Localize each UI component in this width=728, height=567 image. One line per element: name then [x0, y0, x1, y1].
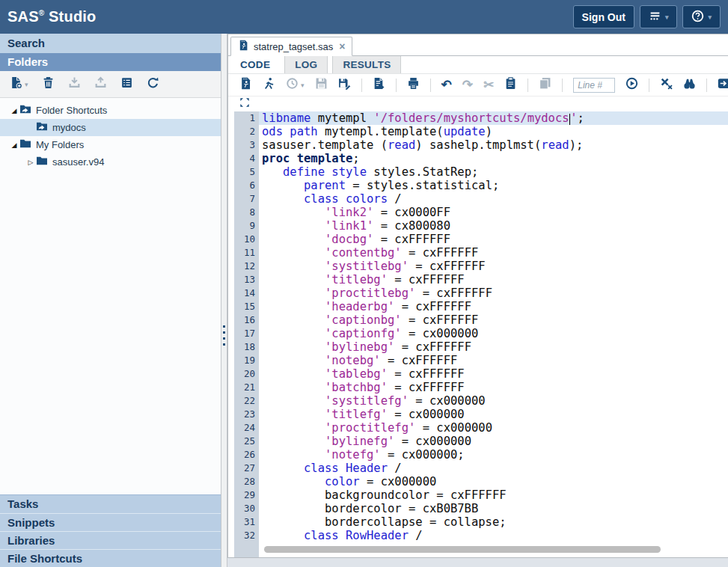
line-number: 32 — [234, 529, 259, 542]
code-line-1: 1libname mytempl '/folders/myshortcuts/m… — [234, 111, 728, 125]
code-text: class RowHeader / — [259, 529, 728, 542]
code-text: 'contentbg' = cxFFFFFF — [259, 246, 728, 260]
tree-item-label: Folder Shortcuts — [36, 105, 107, 116]
help-menu-button[interactable]: ▾ — [682, 5, 721, 28]
line-number: 27 — [234, 462, 259, 475]
code-line-7: 7 class colors / — [234, 192, 728, 206]
code-line-26: 26 'notefg' = cx000000; — [234, 448, 728, 462]
code-line-20: 20 'tablebg' = cxFFFFFF — [234, 367, 728, 381]
code-line-28: 28 color = cx000000 — [234, 475, 728, 488]
save-as-button[interactable] — [338, 77, 351, 93]
clear-code-button[interactable] — [660, 77, 673, 93]
panel-libraries[interactable]: Libraries — [0, 531, 221, 549]
tab-log[interactable]: LOG — [284, 56, 328, 73]
tree-item-label: My Folders — [36, 139, 84, 150]
document-tabstrip: statrep_tagset.sas × — [228, 36, 728, 56]
code-text: bordercollapse = collapse; — [259, 515, 728, 529]
more-menu-button[interactable]: ▾ — [640, 5, 678, 28]
toolbar-separator — [649, 79, 649, 92]
save-as-icon — [338, 77, 351, 93]
print-button[interactable] — [407, 77, 420, 93]
line-number: 26 — [234, 448, 259, 462]
tab-statrep-tagset-sas[interactable]: statrep_tagset.sas × — [230, 37, 352, 56]
undo-button[interactable]: ↶ — [441, 79, 452, 91]
code-text: 'link2' = cx0000FF — [259, 206, 728, 219]
code-line-25: 25 'bylinefg' = cx000000 — [234, 435, 728, 448]
code-line-18: 18 'bylinebg' = cxFFFFFF — [234, 340, 728, 354]
cut-button: ✂ — [483, 79, 494, 91]
folder-icon — [19, 138, 36, 152]
sidebar-splitter[interactable] — [221, 34, 227, 567]
scrollbar-thumb[interactable] — [264, 546, 661, 553]
go-icon — [625, 77, 638, 93]
code-line-31: 31 bordercollapse = collapse; — [234, 515, 728, 529]
new-item-button[interactable]: ▾ — [10, 76, 28, 92]
code-line-17: 17 'captionfg' = cx000000 — [234, 327, 728, 340]
tree-item-mydocs[interactable]: mydocs — [0, 119, 221, 136]
code-text: 'titlebg' = cxFFFFFF — [259, 273, 728, 286]
refresh-button[interactable] — [147, 76, 159, 92]
find-replace-button[interactable] — [683, 77, 696, 93]
code-text: 'batchbg' = cxFFFFFF — [259, 381, 728, 394]
run-button[interactable] — [263, 77, 275, 93]
chevron-down-icon: ▾ — [25, 81, 28, 88]
line-number: 31 — [234, 515, 259, 529]
go-to-line-button[interactable] — [625, 77, 638, 93]
properties-button[interactable] — [120, 76, 133, 92]
code-line-13: 13 'titlebg' = cxFFFFFF — [234, 273, 728, 286]
indent-code-button[interactable] — [718, 77, 728, 93]
undo-icon: ↶ — [441, 79, 452, 91]
line-number-input[interactable] — [573, 78, 615, 93]
sign-out-button[interactable]: Sign Out — [573, 5, 634, 28]
tab-results[interactable]: RESULTS — [332, 56, 401, 73]
panel-snippets[interactable]: Snippets — [0, 513, 221, 531]
tree-item-sasuser-v94[interactable]: ▷sasuser.v94 — [0, 153, 221, 171]
expanded-caret-icon[interactable]: ◢ — [9, 141, 19, 149]
delete-button[interactable] — [42, 76, 55, 92]
document-tab-title: statrep_tagset.sas — [254, 41, 333, 52]
code-text: 'notefg' = cx000000; — [259, 448, 728, 462]
submission-history-button: ▾ — [286, 77, 305, 93]
code-text: backgroundcolor = cxFFFFFF — [259, 488, 728, 502]
line-number: 24 — [234, 421, 259, 435]
line-number: 16 — [234, 313, 259, 327]
expanded-caret-icon[interactable]: ◢ — [9, 107, 19, 114]
code-text: 'captionfg' = cx000000 — [259, 327, 728, 340]
code-lines: 1libname mytempl '/folders/myshortcuts/m… — [234, 111, 728, 542]
horizontal-scrollbar[interactable] — [264, 546, 661, 554]
collapsed-caret-icon[interactable]: ▷ — [25, 159, 36, 166]
program-icon — [239, 77, 252, 93]
paste-button[interactable] — [504, 77, 517, 93]
line-number: 11 — [234, 246, 259, 260]
close-tab-icon[interactable]: × — [339, 40, 345, 52]
export-code-button[interactable] — [373, 77, 385, 93]
line-number: 3 — [234, 138, 259, 152]
panel-search[interactable]: Search — [0, 34, 221, 53]
code-text: class colors / — [259, 192, 728, 206]
new-program-button[interactable] — [239, 77, 252, 93]
code-line-22: 22 'systitlefg' = cx000000 — [234, 394, 728, 408]
code-editor[interactable]: 1libname mytempl '/folders/myshortcuts/m… — [234, 111, 728, 557]
cut-icon: ✂ — [483, 79, 494, 91]
folder-tree: ◢Folder Shortcutsmydocs◢My Folders▷sasus… — [0, 98, 221, 494]
upload-icon — [94, 76, 107, 92]
maximize-view-button[interactable] — [239, 97, 250, 111]
line-number: 14 — [234, 286, 259, 300]
panel-folders[interactable]: Folders — [0, 53, 221, 71]
copy-button — [539, 77, 551, 93]
tree-item-my-folders[interactable]: ◢My Folders — [0, 136, 221, 153]
line-number: 29 — [234, 488, 259, 502]
paste-icon — [504, 77, 517, 93]
program-file-icon — [238, 40, 249, 54]
app-title: SAS® Studio — [7, 8, 96, 25]
maximize-icon — [239, 97, 250, 111]
panel-tasks[interactable]: Tasks — [0, 495, 221, 513]
menu-icon — [649, 10, 661, 25]
code-line-10: 10 'docbg' = cxFFFFFF — [234, 233, 728, 246]
line-number: 25 — [234, 435, 259, 448]
tab-code[interactable]: CODE — [230, 56, 280, 73]
tree-item-folder-shortcuts[interactable]: ◢Folder Shortcuts — [0, 102, 221, 119]
code-text: 'bylinefg' = cx000000 — [259, 435, 728, 448]
code-text: class Header / — [259, 462, 728, 475]
panel-file-shortcuts[interactable]: File Shortcuts — [0, 549, 221, 567]
